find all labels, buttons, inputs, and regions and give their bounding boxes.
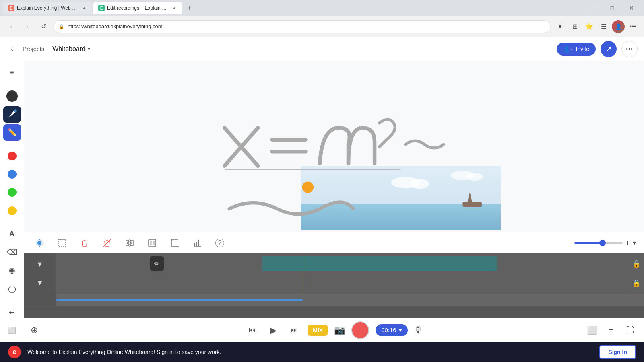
svg-rect-24 bbox=[150, 241, 152, 243]
fast-forward-button[interactable]: ⏭ bbox=[287, 323, 301, 337]
main-content: ≡ ✏️ bbox=[0, 61, 644, 342]
projects-link[interactable]: Projects bbox=[23, 45, 44, 52]
drawing-canvas bbox=[24, 61, 644, 232]
profile-avatar[interactable]: 👤 bbox=[612, 20, 625, 33]
sign-in-button[interactable]: Sign In bbox=[599, 345, 636, 359]
fill-icon: ◉ bbox=[9, 266, 15, 275]
group-button[interactable] bbox=[145, 236, 159, 250]
mic-button[interactable]: 🎙 bbox=[414, 325, 423, 335]
canvas-whiteboard[interactable] bbox=[24, 61, 644, 232]
svg-rect-16 bbox=[58, 239, 66, 247]
mix-button[interactable]: MIX bbox=[308, 325, 328, 336]
color-selector[interactable] bbox=[3, 88, 21, 104]
tab-close-1[interactable]: ✕ bbox=[80, 5, 87, 11]
color-red[interactable] bbox=[3, 148, 21, 164]
text-tool[interactable]: A bbox=[3, 226, 21, 242]
timeline-edit-button[interactable]: ✏ bbox=[150, 256, 164, 271]
explain-everything-logo: e bbox=[8, 346, 21, 358]
maximize-button[interactable]: □ bbox=[603, 2, 621, 14]
timeline-audio-content[interactable] bbox=[56, 294, 644, 306]
chart-icon bbox=[193, 239, 202, 247]
new-tab-button[interactable]: + bbox=[184, 2, 195, 14]
favorites-star-icon[interactable]: ⭐ bbox=[583, 20, 596, 33]
crop-button[interactable] bbox=[167, 236, 182, 250]
canvas-zoom-button[interactable]: ⊕ bbox=[31, 325, 38, 335]
select-edit-button[interactable] bbox=[32, 236, 47, 250]
time-display[interactable]: 00:16 ▾ bbox=[376, 324, 408, 336]
pen-tool[interactable] bbox=[3, 106, 21, 123]
color-yellow[interactable] bbox=[3, 202, 21, 219]
forward-button[interactable]: › bbox=[21, 20, 34, 33]
timeline-lock-2[interactable]: 🔒 bbox=[632, 279, 641, 288]
svg-rect-26 bbox=[150, 243, 152, 245]
extensions-icon[interactable]: ⊞ bbox=[568, 20, 581, 33]
fill-tool[interactable]: ◉ bbox=[3, 262, 21, 279]
zoom-slider[interactable] bbox=[574, 242, 623, 244]
delete-content-button[interactable] bbox=[100, 236, 114, 250]
tab-edit-recordings[interactable]: E Edit recordings – Explain Everyth... ✕ bbox=[93, 2, 182, 14]
color-blue[interactable] bbox=[3, 166, 21, 182]
svg-rect-35 bbox=[198, 240, 199, 246]
timeline-content[interactable]: ✏ 🔒 🔒 bbox=[56, 253, 644, 294]
select-box-button[interactable] bbox=[55, 236, 69, 250]
lock-icon: 🔒 bbox=[58, 24, 64, 29]
help-button[interactable]: ? bbox=[213, 236, 227, 250]
timeline-side-icon-1[interactable]: ▼ bbox=[36, 260, 43, 269]
invite-button[interactable]: 👤+ Invite bbox=[557, 43, 596, 56]
hamburger-icon: ≡ bbox=[10, 68, 14, 77]
chart-button[interactable] bbox=[190, 236, 204, 250]
rewind-icon: ⏮ bbox=[249, 326, 256, 334]
blue-swatch bbox=[8, 170, 17, 179]
record-button[interactable] bbox=[351, 321, 369, 339]
highlighter-tool[interactable]: ✏️ bbox=[3, 124, 21, 141]
color-green[interactable] bbox=[3, 184, 21, 201]
play-icon: ▶ bbox=[270, 325, 277, 335]
collections-icon[interactable]: ☰ bbox=[597, 20, 610, 33]
tab-explain-everything[interactable]: E Explain Everything | Web W... ✕ bbox=[3, 2, 92, 14]
share-icon: ↗ bbox=[606, 45, 612, 53]
whiteboard-label: Whiteboard bbox=[52, 45, 85, 53]
whiteboard-dropdown[interactable]: Whiteboard ▾ bbox=[49, 44, 93, 54]
tab-close-2[interactable]: ✕ bbox=[171, 5, 177, 11]
undo-button[interactable]: ↩ bbox=[3, 304, 21, 320]
timeline-side-icon-2[interactable]: ▼ bbox=[36, 279, 43, 287]
red-swatch bbox=[8, 152, 17, 160]
url-bar[interactable]: 🔒 https://whiteboard.explaineverything.c… bbox=[53, 20, 551, 33]
timeline-track-2 bbox=[56, 274, 644, 294]
svg-rect-33 bbox=[194, 243, 195, 246]
frame-tool[interactable]: ⬜ bbox=[3, 322, 21, 339]
hamburger-tool[interactable]: ≡ bbox=[3, 64, 21, 81]
toolbar-separator-4 bbox=[6, 300, 18, 300]
zoom-in-playback-button[interactable]: + bbox=[604, 323, 618, 337]
back-to-projects-icon[interactable]: ‹ bbox=[6, 43, 18, 55]
svg-point-3 bbox=[410, 179, 429, 189]
delete-button[interactable] bbox=[77, 236, 92, 250]
fullscreen-button[interactable]: ⛶ bbox=[623, 323, 638, 337]
timeline-playhead[interactable] bbox=[303, 253, 303, 294]
zoom-out-icon[interactable]: − bbox=[567, 239, 571, 247]
timeline-lock-1[interactable]: 🔒 bbox=[632, 259, 641, 268]
share-button[interactable]: ↗ bbox=[601, 41, 617, 57]
zoom-in-icon[interactable]: + bbox=[626, 239, 630, 247]
refresh-button[interactable]: ↺ bbox=[37, 20, 50, 33]
fast-forward-icon: ⏭ bbox=[291, 326, 298, 334]
tab-title-2: Edit recordings – Explain Everyth... bbox=[107, 5, 168, 11]
delete-icon bbox=[80, 239, 89, 247]
back-button[interactable]: ‹ bbox=[5, 20, 18, 33]
rewind-button[interactable]: ⏮ bbox=[245, 323, 260, 337]
eraser-tool[interactable]: ⌫ bbox=[3, 244, 21, 260]
split-button[interactable] bbox=[122, 236, 137, 250]
browser-more-icon[interactable]: ••• bbox=[626, 20, 639, 33]
play-button[interactable]: ▶ bbox=[266, 323, 281, 337]
minimize-button[interactable]: − bbox=[584, 2, 602, 14]
zoom-fit-button[interactable]: ⬜ bbox=[584, 323, 599, 337]
shapes-tool[interactable]: ◯ bbox=[3, 280, 21, 297]
timeline-block-1[interactable] bbox=[262, 256, 497, 271]
toolbar-separator-2 bbox=[6, 144, 18, 144]
close-button[interactable]: ✕ bbox=[622, 2, 641, 14]
camera-button[interactable]: 📷 bbox=[334, 325, 345, 335]
mic-addr-icon[interactable]: 🎙 bbox=[554, 20, 567, 33]
zoom-dropdown-button[interactable]: ▾ bbox=[633, 239, 636, 247]
more-options-button[interactable]: ••• bbox=[621, 41, 638, 57]
yellow-swatch bbox=[8, 206, 17, 215]
